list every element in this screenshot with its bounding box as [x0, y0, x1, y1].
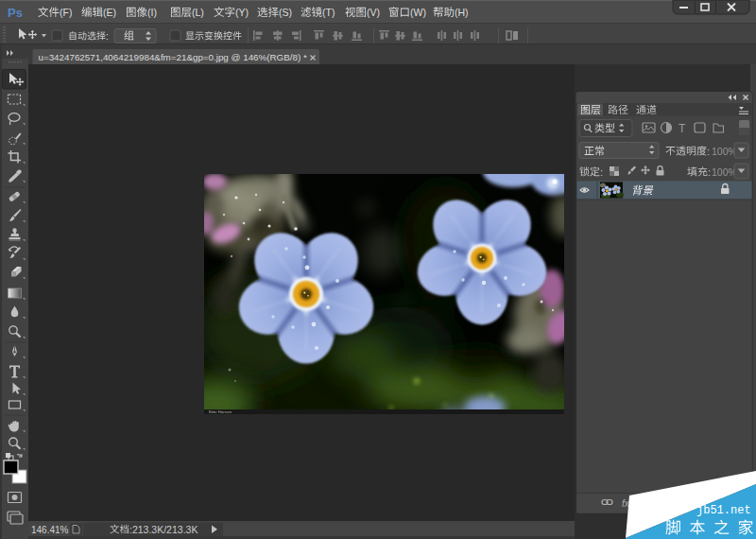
- svg-text::: :: [708, 166, 711, 178]
- svg-text:jb51.net: jb51.net: [696, 504, 751, 517]
- svg-text:(W): (W): [410, 7, 426, 18]
- svg-text:u=3424762571,4064219984&fm=21&: u=3424762571,4064219984&fm=21&gp=0.jpg @…: [39, 52, 307, 62]
- svg-text:(F): (F): [60, 7, 72, 18]
- svg-text:Ps: Ps: [8, 6, 23, 20]
- svg-text:T: T: [679, 122, 686, 135]
- svg-text:(V): (V): [367, 7, 380, 18]
- svg-text::213.3K/213.3K: :213.3K/213.3K: [129, 524, 198, 535]
- svg-text:(I): (I): [147, 7, 157, 18]
- svg-text:(H): (H): [455, 7, 469, 18]
- svg-text:Birte Hansen: Birte Hansen: [209, 409, 232, 414]
- svg-text:100%: 100%: [712, 166, 737, 178]
- svg-text:(S): (S): [279, 7, 292, 18]
- svg-text::: :: [707, 146, 710, 157]
- svg-text:(Y): (Y): [235, 7, 249, 18]
- svg-text:(L): (L): [192, 7, 204, 18]
- svg-text:(E): (E): [103, 7, 116, 18]
- svg-text::: :: [106, 31, 109, 42]
- svg-text:(T): (T): [322, 7, 335, 18]
- svg-text::: :: [600, 166, 603, 178]
- svg-text:100%: 100%: [712, 146, 737, 157]
- svg-text:146.41%: 146.41%: [31, 525, 69, 535]
